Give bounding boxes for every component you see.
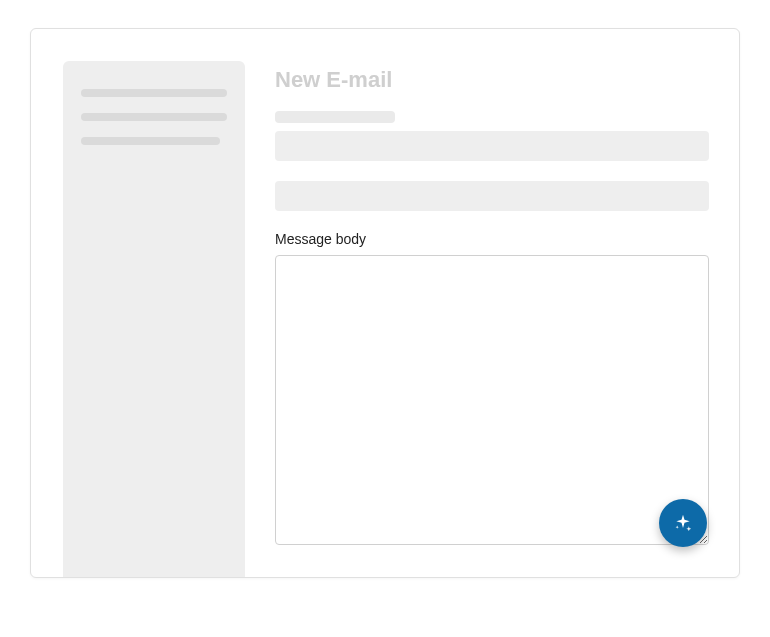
main-content: New E-mail Message body xyxy=(245,29,739,577)
sidebar-item-placeholder xyxy=(81,137,220,145)
sparkle-icon xyxy=(673,513,693,533)
sidebar-item-placeholder xyxy=(81,113,227,121)
ai-assist-button[interactable] xyxy=(659,499,707,547)
page-title: New E-mail xyxy=(275,67,709,93)
sidebar-item-placeholder xyxy=(81,89,227,97)
app-window: New E-mail Message body xyxy=(30,28,740,578)
message-body-label: Message body xyxy=(275,231,709,247)
to-input-placeholder xyxy=(275,131,709,161)
message-body-input[interactable] xyxy=(275,255,709,545)
field-label-placeholder xyxy=(275,111,395,123)
subject-input-placeholder xyxy=(275,181,709,211)
sidebar xyxy=(63,61,245,577)
